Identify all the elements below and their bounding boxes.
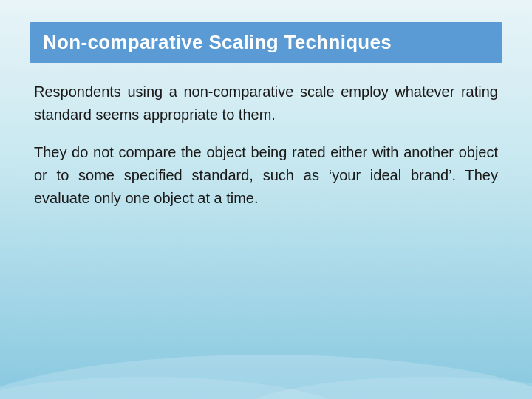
content-area: Respondents using a non-comparative scal… [30, 81, 502, 210]
paragraph-1: Respondents using a non-comparative scal… [34, 81, 498, 126]
svg-point-0 [0, 355, 532, 399]
title-bar: Non-comparative Scaling Techniques [30, 22, 502, 63]
slide-container: Non-comparative Scaling Techniques Respo… [0, 0, 532, 399]
slide-title: Non-comparative Scaling Techniques [43, 31, 392, 53]
paragraph-2: They do not compare the object being rat… [34, 141, 498, 210]
wave-decoration [0, 310, 532, 399]
svg-point-2 [222, 377, 532, 399]
svg-point-1 [0, 377, 369, 399]
